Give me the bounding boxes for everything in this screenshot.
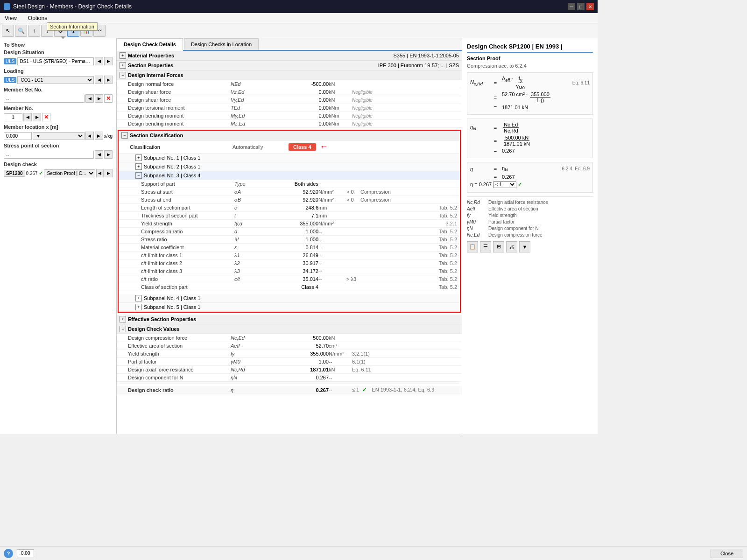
dcv-aeff: Effective area of section Aeff 52.70 cm² [117, 342, 462, 350]
rp-list-btn[interactable]: ☰ [480, 241, 491, 252]
menu-options[interactable]: Options [25, 14, 50, 22]
vzed-label: Design shear force [128, 89, 231, 95]
loading-next-btn[interactable]: ▶ [104, 76, 113, 84]
tab-design-checks-location[interactable]: Design Checks in Location [184, 38, 259, 50]
loading-select[interactable]: CO1 - LC1 [17, 76, 94, 84]
ct3-symbol: λ3 [234, 268, 262, 274]
stress-point-label: Stress point of section [4, 143, 113, 148]
menu-view[interactable]: View [2, 14, 20, 22]
classification-header[interactable]: − Section Classification [119, 131, 460, 140]
eta-result: 0.267 [502, 174, 515, 180]
member-next-btn[interactable]: ▶ [33, 113, 41, 121]
ratio-ref: EN 1993-1-1, 6.2.4, Eq. 6.9 [372, 387, 434, 392]
maximize-button[interactable]: □ [577, 3, 585, 10]
mzed-unit: kNm [329, 121, 352, 126]
sr-value: 1.000 [262, 237, 318, 242]
rp-table-btn[interactable]: ⊞ [493, 241, 504, 252]
window-title: Steel Design - Members - Design Check De… [13, 3, 132, 10]
effective-header[interactable]: + Effective Section Properties [117, 315, 462, 324]
myed-value: 0.00 [268, 113, 329, 119]
fy-value: 355.000 [268, 351, 329, 357]
stress-start-symbol: σA [234, 189, 262, 195]
location-input[interactable]: 0.000 [4, 132, 32, 140]
formula-line-3: = 1871.01 kN [470, 105, 590, 110]
subpanel-1[interactable]: + Subpanel No. 1 | Class 1 [119, 154, 460, 162]
loading-row: ULS CO1 - LC1 ◀ ▶ [4, 76, 113, 84]
member-clear-btn[interactable]: ✕ [42, 113, 50, 121]
ratio-value: 0.267 [268, 387, 329, 393]
dcv-header[interactable]: − Design Check Values [117, 324, 462, 334]
rp-print-btn[interactable]: 🖨 [506, 241, 517, 252]
section-properties-section: + Section Properties IPE 300 | Euronorm … [117, 61, 462, 70]
section-classification: − Section Classification Classification … [118, 130, 461, 313]
stress-end-symbol: σB [234, 197, 262, 203]
effective-section: + Effective Section Properties [117, 315, 462, 324]
ym0-label: Partial factor [128, 359, 231, 364]
ncrd-label: Design axial force resistance [128, 367, 231, 372]
stress-next-btn[interactable]: ▶ [104, 150, 113, 159]
check-next-btn[interactable]: ▶ [105, 169, 113, 177]
design-check-row: SP1200 0.267 ✓ Section Proof | C... ◀ ▶ [4, 169, 113, 177]
check-prev-btn[interactable]: ◀ [96, 169, 104, 177]
tab-design-check-details[interactable]: Design Check Details [117, 38, 183, 51]
stress-prev-btn[interactable]: ◀ [95, 150, 103, 159]
subpanel-4[interactable]: + Subpanel No. 4 | Class 1 [119, 294, 460, 303]
center-panel: Design Check Details Design Checks in Lo… [117, 38, 462, 434]
location-label: Member location x [m] [4, 124, 113, 130]
etan-lhs: ηN [470, 124, 489, 131]
rp-copy-btn[interactable]: 📋 [467, 241, 478, 252]
material-properties-section: + Material Properties S355 | EN 1993-1-1… [117, 51, 462, 61]
ds-value: DS1 - ULS (STR/GEO) - Permane... [17, 57, 94, 65]
subpanel-2[interactable]: + Subpanel No. 2 | Class 1 [119, 162, 460, 171]
material-properties-header[interactable]: + Material Properties S355 | EN 1993-1-1… [117, 51, 462, 61]
minimize-button[interactable]: ─ [568, 3, 575, 10]
mzed-label: Design bending moment [128, 121, 231, 126]
eta-eq1: = [491, 166, 500, 172]
location-prev-btn[interactable]: ◀ [85, 132, 94, 140]
member-prev-btn[interactable]: ◀ [23, 113, 32, 121]
toolbar: Section Information ↖ 🔍 ↑ ↓ ⚙ ℹ 📊 〰 [0, 23, 598, 38]
location-next-btn[interactable]: ▶ [95, 132, 103, 140]
section-properties-header[interactable]: + Section Properties IPE 300 | Euronorm … [117, 61, 462, 70]
stress-end-value: 92.920 [262, 197, 318, 203]
member-set-prev-btn[interactable]: ◀ [85, 94, 94, 103]
stress-point-value: -- [4, 151, 94, 159]
member-set-next-btn[interactable]: ▶ [95, 94, 103, 103]
subpanel-5[interactable]: + Subpanel No. 5 | Class 1 [119, 303, 460, 312]
eta-line-2: = 0.267 [470, 174, 590, 180]
stress-end-note: Compression [360, 197, 457, 203]
toolbar-btn-zoom[interactable]: 🔍 [15, 25, 27, 37]
rp-dropdown-btn[interactable]: ▼ [519, 241, 530, 252]
toolbar-btn-cursor[interactable]: ↖ [2, 25, 14, 37]
etan-formula-block: ηN = Nc,Ed Nc,Rd = 500.00 kN 1871.01 kN [467, 119, 593, 158]
length-unit: mm [318, 205, 346, 210]
check-section-select[interactable]: Section Proof | C... [44, 169, 95, 177]
internal-forces-header[interactable]: − Design Internal Forces [117, 70, 462, 80]
sr-label: Stress ratio [141, 237, 234, 242]
class-badge: Class 4 [289, 143, 316, 151]
loading-prev-btn[interactable]: ◀ [95, 76, 103, 84]
close-window-button[interactable]: ✕ [586, 3, 594, 10]
member-set-clear-btn[interactable]: ✕ [104, 94, 113, 103]
cp-value: Class 4 [262, 284, 318, 290]
ct3-unit: -- [318, 268, 346, 274]
myed-note: Negligible [352, 113, 459, 119]
vzed-note: Negligible [352, 90, 459, 95]
length-row: Length of section part c 248.6 mm Tab. 5… [119, 204, 460, 212]
ds-prev-btn[interactable]: ◀ [95, 57, 103, 65]
member-no-input[interactable]: 1 [4, 113, 22, 121]
eta-value: ηN [502, 165, 508, 172]
ds-next-btn[interactable]: ▶ [104, 57, 113, 65]
eta-compare-select[interactable]: ≤ 1 [493, 181, 516, 188]
right-panel: Design Check SP1200 | EN 1993 | Section … [462, 38, 598, 434]
location-select[interactable]: ▼ [33, 132, 85, 140]
window-controls: ─ □ ✕ [568, 3, 594, 10]
ctr-symbol: c/t [234, 276, 262, 282]
frac-355: 355.000 [530, 91, 550, 98]
ratio-check-icon: ✓ [362, 387, 366, 392]
ned-value: -500.00 [268, 81, 329, 87]
etan-calc-frac: 500.00 kN 1871.01 kN [503, 135, 531, 147]
etan-calc: 500.00 kN 1871.01 kN [502, 135, 532, 147]
subpanel-3[interactable]: − Subpanel No. 3 | Class 4 [119, 171, 460, 180]
toolbar-btn-up[interactable]: ↑ [28, 25, 40, 37]
